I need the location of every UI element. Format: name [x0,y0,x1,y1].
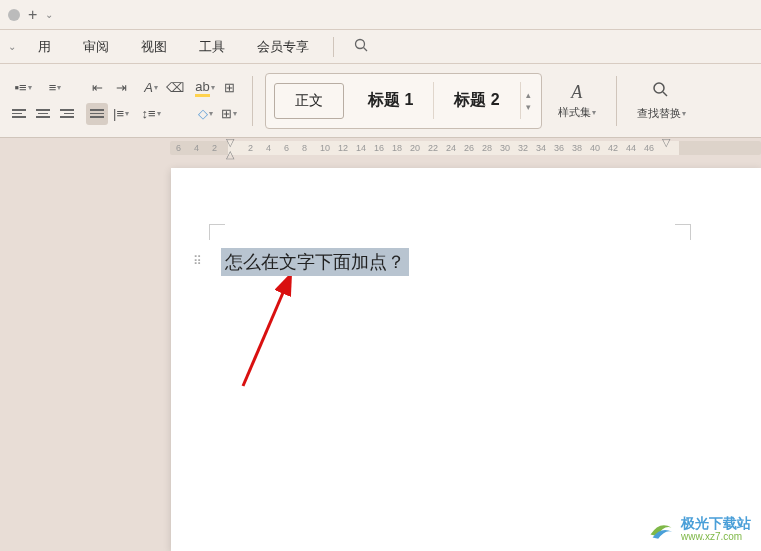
styleset-label: 样式集 [558,105,591,120]
ruler-tick: 30 [500,143,510,153]
ruler-tick: 36 [554,143,564,153]
paragraph-spacing-button[interactable]: ↕≡▾ [140,103,162,125]
chevron-down-icon[interactable]: ⌄ [4,41,20,52]
ruler-tick: 16 [374,143,384,153]
style-heading1[interactable]: 标题 1 [348,82,434,119]
menu-item-view[interactable]: 视图 [127,32,181,62]
title-bar: + ⌄ [0,0,761,30]
menu-item-review[interactable]: 审阅 [69,32,123,62]
ruler-tick: 38 [572,143,582,153]
ruler-tick: 2 [212,143,217,153]
color-group: ab▾ ⊞ ◇▾ ⊞▾ [194,77,240,125]
ruler-tick: 4 [194,143,199,153]
selected-text[interactable]: 怎么在文字下面加点？ [221,248,409,276]
horizontal-ruler[interactable]: 6 4 2 ▽ △ 2 4 6 8 10 12 14 16 18 20 22 2… [170,138,761,158]
numbered-list-button[interactable]: ≡▾ [40,77,70,99]
ruler-tick: 4 [266,143,271,153]
styles-gallery: 正文 标题 1 标题 2 ▴▾ [265,73,542,129]
watermark: 极光下载站 www.xz7.com [647,515,751,543]
margin-corner-icon [209,224,225,240]
divider [252,76,253,126]
search-icon[interactable] [344,32,379,62]
watermark-url: www.xz7.com [681,531,751,542]
ruler-tick: 20 [410,143,420,153]
text-format-group: A▾ ⌫ ↕≡▾ [140,77,186,125]
svg-line-3 [663,92,667,96]
highlight-button[interactable]: ab▾ [194,77,216,99]
bullet-list-button[interactable]: ▪≡▾ [8,77,38,99]
svg-line-4 [243,288,285,386]
align-left-button[interactable] [8,103,30,125]
ruler-tick: 42 [608,143,618,153]
tab-indicator-icon [8,9,20,21]
borders-button[interactable]: ⊞▾ [218,103,240,125]
style-body[interactable]: 正文 [274,83,344,119]
ruler-tick: 46 [644,143,654,153]
shading-button[interactable]: ◇▾ [194,103,216,125]
clear-format-button[interactable]: ⌫ [164,77,186,99]
align-justify-button[interactable] [86,103,108,125]
ruler-tick: 40 [590,143,600,153]
ruler-tick: 6 [176,143,181,153]
drag-handle-icon[interactable]: ⠿ [193,254,202,268]
align-right-button[interactable] [56,103,78,125]
divider [616,76,617,126]
indent-marker-icon[interactable]: △ [226,148,234,161]
indent-spacing-group: ⇤ ⇥ |≡▾ [86,77,132,125]
watermark-name: 极光下载站 [681,516,751,531]
ruler-tick: 24 [446,143,456,153]
divider [333,37,334,57]
ruler-tick: 34 [536,143,546,153]
new-tab-button[interactable]: + [28,6,37,24]
ruler-tick: 22 [428,143,438,153]
style-heading2[interactable]: 标题 2 [434,82,520,119]
menu-item-use[interactable]: 用 [24,32,65,62]
ruler-tick: 18 [392,143,402,153]
ruler-tick: 6 [284,143,289,153]
decrease-indent-button[interactable]: ⇤ [86,77,108,99]
arrow-annotation-icon [213,276,333,396]
ruler-tick: 44 [626,143,636,153]
find-replace-label: 查找替换 [637,106,681,121]
ruler-tick: 32 [518,143,528,153]
align-center-button[interactable] [32,103,54,125]
toolbar: ▪≡▾ ≡▾ ⇤ ⇥ |≡▾ A▾ ⌫ ↕≡▾ ab▾ ⊞ [0,64,761,138]
margin-corner-icon [675,224,691,240]
ruler-tick: 8 [302,143,307,153]
list-align-group: ▪≡▾ ≡▾ [8,77,78,125]
ruler-tick: 26 [464,143,474,153]
document-page[interactable]: ⠿ 怎么在文字下面加点？ [171,168,761,551]
svg-point-0 [356,39,365,48]
menu-item-tools[interactable]: 工具 [185,32,239,62]
styleset-icon: A [571,82,582,103]
ruler-tick: 12 [338,143,348,153]
increase-indent-button[interactable]: ⇥ [110,77,132,99]
text-effects-button[interactable]: A▾ [140,77,162,99]
svg-line-1 [364,47,368,51]
watermark-logo-icon [647,515,675,543]
document-area: ⠿ 怎么在文字下面加点？ [0,158,761,551]
search-icon [652,81,670,104]
right-indent-marker-icon[interactable]: ▽ [662,136,670,149]
ruler-tick: 28 [482,143,492,153]
svg-point-2 [654,83,664,93]
chevron-down-icon[interactable]: ⌄ [45,9,53,20]
format-painter-icon[interactable]: ⊞ [218,77,240,99]
find-replace-button[interactable]: 查找替换▾ [629,77,694,125]
ruler-tick: 10 [320,143,330,153]
menu-item-member[interactable]: 会员专享 [243,32,323,62]
line-spacing-button[interactable]: |≡▾ [110,103,132,125]
ruler-tick: 2 [248,143,253,153]
styles-more-button[interactable]: ▴▾ [521,90,537,112]
ruler-tick: 14 [356,143,366,153]
styleset-button[interactable]: A 样式集▾ [550,78,604,124]
menu-bar: ⌄ 用 审阅 视图 工具 会员专享 [0,30,761,64]
